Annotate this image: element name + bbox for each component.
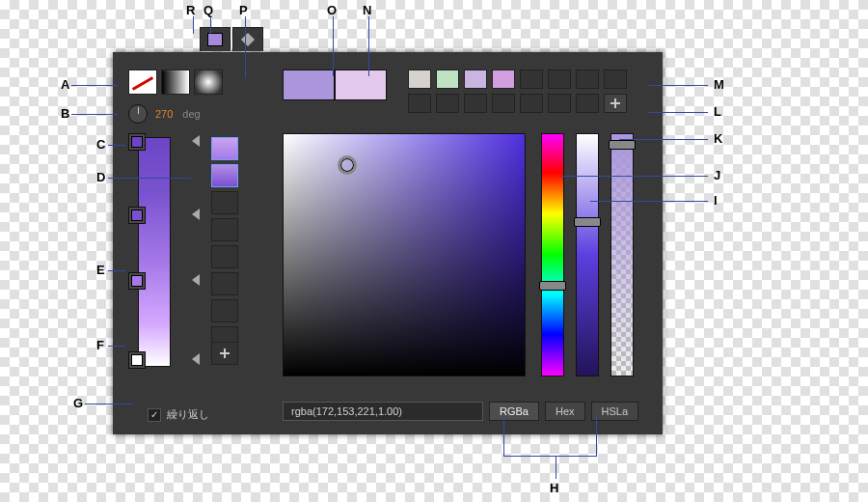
gradient-cursor-icon [192, 274, 200, 286]
recent-swatch-empty[interactable] [576, 94, 599, 113]
current-color[interactable] [283, 70, 335, 100]
annotation-b: B [61, 106, 69, 121]
recent-swatch-empty[interactable] [520, 94, 543, 113]
angle-row: 270 deg [128, 104, 267, 124]
gradient-cursor-icon [192, 353, 200, 365]
annotation-c: C [96, 137, 105, 152]
plus-icon [220, 349, 230, 358]
color-value-input[interactable] [283, 402, 483, 421]
stop-color-icon [131, 275, 143, 287]
angle-unit: deg [182, 108, 200, 120]
recent-swatch[interactable] [464, 70, 487, 89]
gradient-strip[interactable] [138, 137, 171, 367]
format-hex-button[interactable]: Hex [545, 402, 585, 421]
add-swatch-button[interactable] [604, 94, 627, 113]
recent-swatch-empty[interactable] [492, 94, 515, 113]
format-rgba-button[interactable]: RGBa [489, 402, 539, 421]
gradient-cursor-icon [192, 209, 200, 220]
recent-swatch-empty[interactable] [464, 94, 487, 113]
recent-swatch-empty[interactable] [548, 70, 571, 89]
repeat-checkbox[interactable]: ✓ [148, 408, 161, 422]
gradient-cursor-icon [192, 135, 200, 147]
annotation-a: A [61, 77, 69, 92]
previous-color[interactable] [335, 70, 387, 100]
color-field[interactable] [283, 133, 526, 376]
annotation-f: F [96, 338, 104, 352]
angle-value[interactable]: 270 [155, 108, 173, 120]
recent-swatch-empty[interactable] [436, 94, 459, 113]
recent-swatch[interactable] [408, 70, 431, 89]
annotation-r: R [186, 3, 195, 17]
stop-color-icon [131, 209, 143, 221]
gradient-editor [130, 137, 188, 365]
annotation-g: G [73, 396, 83, 410]
gradient-stop[interactable] [128, 272, 146, 290]
recent-swatch-empty[interactable] [548, 94, 571, 113]
tab-fill[interactable] [200, 27, 231, 51]
preset-swatch-empty[interactable] [211, 245, 238, 268]
recent-swatch-empty[interactable] [604, 70, 627, 89]
saturation-thumb[interactable] [574, 217, 601, 227]
preset-swatch-empty[interactable] [211, 272, 238, 295]
recent-swatch-empty[interactable] [408, 94, 431, 113]
preset-swatch[interactable] [211, 137, 238, 160]
angle-dial[interactable] [128, 104, 148, 124]
annotation-q: Q [203, 3, 213, 17]
fill-type-group [128, 70, 267, 95]
fill-swatch-icon [207, 33, 223, 46]
gradient-stop[interactable] [128, 133, 146, 151]
value-row: RGBa Hex HSLa [283, 402, 653, 421]
annotation-j: J [714, 168, 720, 182]
annotation-p: P [239, 3, 248, 17]
preset-swatch-empty[interactable] [211, 191, 238, 214]
stop-color-icon [131, 136, 143, 148]
alpha-slider[interactable] [610, 133, 634, 376]
annotation-n: N [363, 3, 371, 17]
annotation-i: I [714, 193, 718, 208]
hue-thumb[interactable] [539, 281, 566, 291]
alpha-thumb[interactable] [609, 140, 636, 150]
repeat-label: 繰り返し [167, 407, 209, 422]
recent-swatches [408, 70, 627, 118]
preset-swatch-empty[interactable] [211, 299, 238, 322]
recent-swatch[interactable] [436, 70, 459, 89]
annotation-e: E [96, 263, 105, 277]
annotation-d: D [96, 170, 105, 184]
stop-color-icon [131, 354, 143, 366]
annotation-h: H [550, 481, 558, 495]
preset-swatch-empty[interactable] [211, 218, 238, 241]
annotation-k: K [714, 131, 722, 146]
fill-linear-button[interactable] [161, 70, 190, 95]
gradient-stop[interactable] [128, 207, 146, 224]
repeat-row: ✓ 繰り返し [148, 407, 209, 422]
preset-swatch[interactable] [211, 164, 238, 187]
plus-icon [610, 98, 620, 108]
annotation-m: M [714, 77, 724, 92]
right-column: RGBa Hex HSLa [283, 70, 653, 425]
color-picker-panel: 270 deg [113, 52, 663, 434]
recent-swatch-empty[interactable] [576, 70, 599, 89]
annotation-l: L [714, 104, 721, 119]
recent-swatch[interactable] [492, 70, 515, 89]
left-column: 270 deg [122, 70, 267, 425]
format-hsla-button[interactable]: HSLa [591, 402, 639, 421]
fill-none-button[interactable] [128, 70, 157, 95]
recent-swatch-empty[interactable] [520, 70, 543, 89]
add-preset-button[interactable] [211, 342, 238, 365]
gradient-stop[interactable] [128, 351, 146, 369]
diamond-icon [241, 33, 255, 46]
color-field-cursor[interactable] [338, 155, 357, 175]
saturation-slider[interactable] [576, 133, 599, 376]
preset-swatch-column [211, 137, 238, 353]
annotation-o: O [327, 3, 337, 17]
fill-radial-button[interactable] [194, 70, 223, 95]
tab-stroke[interactable] [232, 27, 263, 51]
hue-slider[interactable] [541, 133, 564, 376]
